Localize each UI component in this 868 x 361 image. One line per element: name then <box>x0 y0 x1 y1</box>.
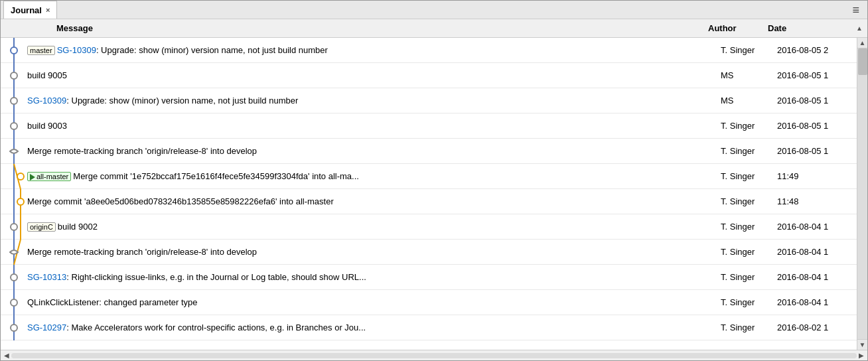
row-author-11: T. Singer <box>721 323 777 332</box>
scroll-up-button[interactable]: ▲ <box>857 38 868 48</box>
scroll-left-button[interactable]: ◀ <box>2 352 11 359</box>
vertical-scrollbar: ▲ ▼ <box>857 38 867 350</box>
main-content: masterSG-10309: Upgrade: show (minor) ve… <box>1 38 867 350</box>
row-message-9: SG-10313: Right-clicking issue-links, e.… <box>27 272 721 282</box>
header-message: Message <box>30 23 708 33</box>
row-author-9: T. Singer <box>721 272 777 282</box>
row-date-2: 2016-08-05 1 <box>777 96 857 106</box>
horizontal-scrollbar: ◀ ▶ <box>1 350 867 360</box>
row-message-8: Merge remote-tracking branch 'origin/rel… <box>27 247 721 257</box>
graph-node-7 <box>1 214 27 240</box>
table-row[interactable]: SG-10309: Upgrade: show (minor) version … <box>1 88 857 113</box>
row-message-4: Merge remote-tracking branch 'origin/rel… <box>27 146 721 156</box>
data-area: masterSG-10309: Upgrade: show (minor) ve… <box>1 38 867 350</box>
table-header: Message Author Date ▲ <box>1 19 867 38</box>
journal-window: Journal × ≡ Message Author Date ▲ <box>0 0 868 361</box>
row-message-6: Merge commit 'a8ee0e5d06bed0783246b13585… <box>27 196 721 206</box>
row-message-2: SG-10309: Upgrade: show (minor) version … <box>27 96 721 106</box>
row-message-0: masterSG-10309: Upgrade: show (minor) ve… <box>27 45 721 55</box>
h-scroll-track[interactable] <box>11 353 857 358</box>
row-author-5: T. Singer <box>721 171 777 181</box>
row-message-5: all-masterMerge commit '1e752bccaf175e16… <box>27 171 721 181</box>
branch-tag-origin: originC <box>27 222 56 232</box>
row-date-5: 11:49 <box>777 171 857 181</box>
commit-list: masterSG-10309: Upgrade: show (minor) ve… <box>1 38 857 350</box>
row-date-7: 2016-08-04 1 <box>777 222 857 232</box>
row-date-3: 2016-08-05 1 <box>777 121 857 131</box>
table-row[interactable]: build 9003 T. Singer 2016-08-05 1 <box>1 113 857 139</box>
graph-node-4 <box>1 139 27 164</box>
tab-journal[interactable]: Journal × <box>3 1 57 19</box>
table-row[interactable]: Merge remote-tracking branch 'origin/rel… <box>1 240 857 265</box>
row-message-11: SG-10297: Make Accelerators work for con… <box>27 323 721 332</box>
table-row[interactable]: build 9005 MS 2016-08-05 1 <box>1 63 857 88</box>
play-icon <box>30 174 35 180</box>
tab-bar: Journal × ≡ <box>1 1 867 19</box>
scroll-up-arrow[interactable]: ▲ <box>854 25 865 32</box>
graph-node-9 <box>1 265 27 290</box>
table-row[interactable]: Merge commit 'a8ee0e5d06bed0783246b13585… <box>1 189 857 214</box>
row-author-1: MS <box>721 70 777 80</box>
graph-node-10 <box>1 290 27 315</box>
graph-node-0 <box>1 38 27 63</box>
row-date-6: 11:48 <box>777 196 857 206</box>
row-date-0: 2016-08-05 2 <box>777 45 857 55</box>
row-date-4: 2016-08-05 1 <box>777 146 857 156</box>
scroll-right-button[interactable]: ▶ <box>857 352 866 359</box>
row-author-0: T. Singer <box>721 45 777 55</box>
graph-node-1 <box>1 63 27 88</box>
row-author-4: T. Singer <box>721 146 777 156</box>
table-row[interactable]: all-masterMerge commit '1e752bccaf175e16… <box>1 164 857 189</box>
row-author-8: T. Singer <box>721 247 777 257</box>
row-message-3: build 9003 <box>27 121 721 131</box>
scroll-thumb[interactable] <box>858 48 867 75</box>
table-row[interactable]: SG-10313: Right-clicking issue-links, e.… <box>1 265 857 290</box>
row-date-10: 2016-08-04 1 <box>777 297 857 307</box>
graph-node-8 <box>1 240 27 265</box>
issue-link-2[interactable]: SG-10309 <box>27 96 66 106</box>
row-author-2: MS <box>721 96 777 106</box>
table-row[interactable]: masterSG-10309: Upgrade: show (minor) ve… <box>1 38 857 63</box>
graph-node-6 <box>1 189 27 214</box>
graph-node-2 <box>1 88 27 113</box>
row-message-7: originCbuild 9002 <box>27 222 721 232</box>
header-author: Author <box>708 23 768 33</box>
tab-label: Journal <box>11 5 42 15</box>
row-message-1: build 9005 <box>27 70 721 80</box>
graph-node-11 <box>1 315 27 340</box>
issue-link-9[interactable]: SG-10313 <box>27 272 66 282</box>
row-date-1: 2016-08-05 1 <box>777 70 857 80</box>
row-date-9: 2016-08-04 1 <box>777 272 857 282</box>
table-row[interactable]: Merge remote-tracking branch 'origin/rel… <box>1 139 857 164</box>
row-message-10: QLinkClickListener: changed parameter ty… <box>27 297 721 307</box>
header-date: Date <box>768 23 854 33</box>
row-author-3: T. Singer <box>721 121 777 131</box>
issue-link-11[interactable]: SG-10297 <box>27 323 66 332</box>
row-date-8: 2016-08-04 1 <box>777 247 857 257</box>
scroll-down-button[interactable]: ▼ <box>857 339 868 350</box>
branch-tag-master: master <box>27 46 55 55</box>
table-row[interactable]: originCbuild 9002 T. Singer 2016-08-04 1 <box>1 214 857 240</box>
tab-close-button[interactable]: × <box>46 7 50 14</box>
branch-tag-all-master: all-master <box>27 172 71 181</box>
menu-icon[interactable]: ≡ <box>847 4 865 16</box>
table-row[interactable]: QLinkClickListener: changed parameter ty… <box>1 290 857 315</box>
scroll-track[interactable] <box>857 48 867 339</box>
graph-node-3 <box>1 113 27 139</box>
row-author-6: T. Singer <box>721 196 777 206</box>
row-date-11: 2016-08-02 1 <box>777 323 857 332</box>
row-author-10: T. Singer <box>721 297 777 307</box>
table-row[interactable]: SG-10297: Make Accelerators work for con… <box>1 315 857 340</box>
issue-link-0[interactable]: SG-10309 <box>57 45 96 55</box>
row-author-7: T. Singer <box>721 222 777 232</box>
graph-node-5 <box>1 164 27 189</box>
